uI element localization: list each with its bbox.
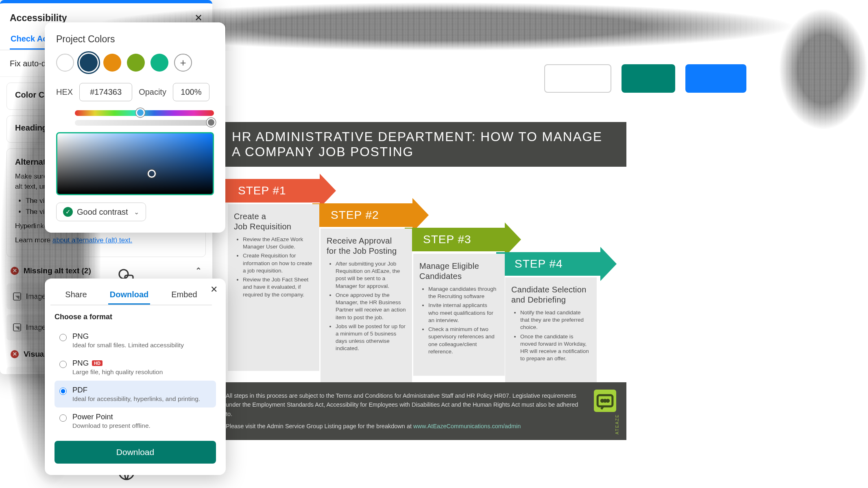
- project-colors-title: Project Colors: [56, 34, 214, 45]
- chevron-up-icon: ⌃: [195, 266, 202, 275]
- tab-download[interactable]: Download: [108, 286, 150, 305]
- svg-point-3: [607, 400, 609, 402]
- svg-point-4: [119, 270, 128, 279]
- project-colors-panel: Project Colors + HEX Opacity ✓ Good cont…: [45, 22, 225, 233]
- step-arrow-2: STEP #2: [312, 203, 414, 227]
- poster-footer-link[interactable]: www.AtEazeCommunications.com/admin: [413, 423, 521, 429]
- step-arrow-1: STEP #1: [220, 179, 321, 203]
- swatch-navy[interactable]: [80, 54, 98, 72]
- hex-label: HEX: [56, 87, 73, 97]
- ateaze-logo-icon: [594, 390, 616, 412]
- image-icon: [13, 292, 21, 301]
- swatch-row: +: [56, 54, 214, 72]
- share-tabs: Share Download Embed: [50, 286, 212, 305]
- toolbar-button-outline[interactable]: [544, 64, 611, 93]
- poster-footer: All steps in this process are subject to…: [220, 382, 626, 440]
- step-card-3: Manage EligibleCandidatesManage candidat…: [413, 254, 505, 376]
- opacity-label: Opacity: [139, 87, 166, 97]
- step-arrow-3: STEP #3: [405, 228, 506, 251]
- check-icon: ✓: [63, 207, 73, 217]
- opacity-input[interactable]: [173, 83, 209, 101]
- download-button[interactable]: Download: [55, 441, 216, 464]
- add-swatch-button[interactable]: +: [174, 54, 192, 72]
- format-radio[interactable]: [59, 414, 67, 422]
- download-panel: ✕ Share Download Embed Choose a format P…: [45, 279, 226, 475]
- step-card-4: Candidate Selectionand DebriefingNotify …: [505, 277, 597, 399]
- hue-slider[interactable]: [75, 110, 214, 116]
- format-radio[interactable]: [59, 334, 67, 341]
- poster: HR ADMINISTRATIVE DEPARTMENT: HOW TO MAN…: [220, 122, 626, 447]
- svg-point-1: [601, 400, 603, 402]
- choose-format-label: Choose a format: [55, 313, 216, 321]
- poster-title: HR ADMINISTRATIVE DEPARTMENT: HOW TO MAN…: [220, 122, 626, 167]
- format-option[interactable]: PDFIdeal for accessibility, hyperlinks, …: [55, 381, 216, 407]
- format-radio[interactable]: [59, 388, 67, 395]
- tab-share[interactable]: Share: [63, 286, 88, 305]
- saturation-picker[interactable]: [56, 132, 214, 195]
- chevron-down-icon: ⌄: [134, 208, 139, 216]
- hd-badge-icon: HD: [92, 360, 103, 366]
- step-card-1: Create aJob RequisitionReview the AtEaze…: [228, 204, 319, 371]
- hex-input[interactable]: [79, 83, 132, 101]
- toolbar-button-blue[interactable]: [685, 64, 746, 93]
- format-option[interactable]: PNGHDLarge file, high quality resolution: [55, 354, 216, 381]
- step-arrow-4: STEP #4: [496, 252, 602, 276]
- swatch-green[interactable]: [127, 54, 145, 72]
- svg-point-2: [604, 400, 606, 402]
- format-radio[interactable]: [59, 361, 67, 368]
- image-icon: [13, 323, 21, 331]
- swatch-orange[interactable]: [103, 54, 121, 72]
- a11y-title: Accessibility: [10, 13, 67, 24]
- swatch-teal[interactable]: [150, 54, 168, 72]
- format-option[interactable]: Power PointDownload to present offline.: [55, 407, 216, 434]
- contrast-badge[interactable]: ✓ Good contrast ⌄: [56, 203, 146, 221]
- tab-embed[interactable]: Embed: [170, 286, 198, 305]
- step-card-2: Receive Approvalfor the Job PostingAfter…: [321, 229, 412, 397]
- ateaze-logo-text: ATEAZE: [614, 414, 621, 434]
- swatch-white[interactable]: [56, 54, 74, 72]
- format-option[interactable]: PNGIdeal for small files. Limited access…: [55, 327, 216, 354]
- toolbar-button-teal[interactable]: [622, 64, 675, 93]
- opacity-slider[interactable]: [75, 120, 214, 126]
